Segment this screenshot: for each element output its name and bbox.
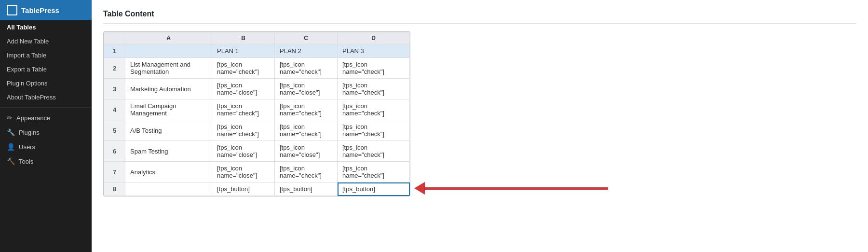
sidebar-item-all-tables[interactable]: All Tables	[0, 20, 92, 34]
sidebar-item-plugin-options-label: Plugin Options	[7, 80, 48, 87]
cell-2-b[interactable]: [tps_iconname="check"]	[212, 58, 275, 79]
sidebar-item-plugins[interactable]: 🔧 Plugins	[0, 125, 92, 140]
arrow-head-icon	[414, 182, 425, 195]
cell-2-a[interactable]: List Management and Segmentation	[125, 58, 212, 79]
sidebar-item-plugin-options[interactable]: Plugin Options	[0, 76, 92, 90]
table-row: 7 Analytics [tps_iconname="close"] [tps_…	[104, 162, 410, 182]
cell-6-b[interactable]: [tps_iconname="close"]	[212, 141, 275, 162]
sidebar-item-about-tablepress-label: About TablePress	[7, 94, 56, 101]
sidebar-item-import-a-table-label: Import a Table	[7, 52, 46, 59]
sidebar-item-tools[interactable]: 🔨 Tools	[0, 154, 92, 168]
sidebar-item-tools-label: Tools	[19, 158, 33, 165]
sidebar-item-appearance-label: Appearance	[16, 114, 50, 122]
table-row: 6 Spam Testing [tps_iconname="close"] [t…	[104, 141, 410, 162]
cell-5-d[interactable]: [tps_iconname="check"]	[338, 120, 410, 141]
cell-3-a[interactable]: Marketing Automation	[125, 79, 212, 99]
sidebar-item-users[interactable]: 👤 Users	[0, 140, 92, 154]
cell-8-b[interactable]: [tps_button]	[212, 182, 275, 196]
svg-rect-2	[13, 7, 15, 10]
col-header-rownum	[104, 32, 125, 44]
cell-1-d[interactable]: PLAN 3	[338, 44, 410, 58]
users-icon: 👤	[7, 143, 15, 151]
cell-4-b[interactable]: [tps_iconname="check"]	[212, 99, 275, 120]
table-row: 3 Marketing Automation [tps_iconname="cl…	[104, 79, 410, 99]
col-header-b: B	[212, 32, 275, 44]
sidebar-item-appearance[interactable]: ✏ Appearance	[0, 111, 92, 125]
table-row: 8 [tps_button] [tps_button] [tps_button]	[104, 182, 410, 196]
sidebar-item-import-a-table[interactable]: Import a Table	[0, 48, 92, 62]
svg-rect-1	[9, 7, 12, 10]
table-row: 1 PLAN 1 PLAN 2 PLAN 3	[104, 44, 410, 58]
table-header-row: A B C D	[104, 32, 410, 44]
cell-8-c[interactable]: [tps_button]	[275, 182, 338, 196]
tablepress-logo-icon	[7, 5, 17, 15]
col-header-d: D	[338, 32, 410, 44]
cell-7-a[interactable]: Analytics	[125, 162, 212, 182]
sidebar-item-export-a-table-label: Export a Table	[7, 66, 47, 73]
col-header-a: A	[125, 32, 212, 44]
cell-7-d[interactable]: [tps_iconname="check"]	[338, 162, 410, 182]
cell-3-b[interactable]: [tps_iconname="close"]	[212, 79, 275, 99]
cell-1-c[interactable]: PLAN 2	[275, 44, 338, 58]
cell-6-c[interactable]: [tps_iconname="close"]	[275, 141, 338, 162]
cell-5-b[interactable]: [tps_iconname="check"]	[212, 120, 275, 141]
row-num-1: 1	[104, 44, 125, 58]
cell-4-c[interactable]: [tps_iconname="check"]	[275, 99, 338, 120]
svg-rect-3	[9, 11, 12, 14]
sidebar-logo[interactable]: TablePress	[0, 0, 92, 20]
cell-7-c[interactable]: [tps_iconname="check"]	[275, 162, 338, 182]
sidebar: TablePress All Tables Add New Table Impo…	[0, 0, 92, 252]
cell-1-b[interactable]: PLAN 1	[212, 44, 275, 58]
cell-3-d[interactable]: [tps_iconname="check"]	[338, 79, 410, 99]
cell-2-d[interactable]: [tps_iconname="check"]	[338, 58, 410, 79]
row-num-5: 5	[104, 120, 125, 141]
section-title: Table Content	[103, 10, 856, 24]
svg-rect-4	[13, 11, 15, 14]
row-num-7: 7	[104, 162, 125, 182]
plugins-icon: 🔧	[7, 128, 15, 136]
cell-3-c[interactable]: [tps_iconname="close"]	[275, 79, 338, 99]
sidebar-item-add-new-table[interactable]: Add New Table	[0, 34, 92, 48]
row-num-8: 8	[104, 182, 125, 196]
sidebar-item-plugins-label: Plugins	[19, 129, 40, 136]
cell-2-c[interactable]: [tps_iconname="check"]	[275, 58, 338, 79]
cell-6-a[interactable]: Spam Testing	[125, 141, 212, 162]
main-content: Table Content A B C D 1	[92, 0, 868, 252]
table-row: 5 A/B Testing [tps_iconname="check"] [tp…	[104, 120, 410, 141]
cell-6-d[interactable]: [tps_iconname="check"]	[338, 141, 410, 162]
cell-1-a[interactable]	[125, 44, 212, 58]
sidebar-item-all-tables-label: All Tables	[7, 24, 36, 31]
tools-icon: 🔨	[7, 157, 15, 165]
sidebar-logo-label: TablePress	[21, 6, 59, 14]
appearance-icon: ✏	[7, 114, 13, 122]
col-header-c: C	[275, 32, 338, 44]
row-num-4: 4	[104, 99, 125, 120]
sidebar-item-about-tablepress[interactable]: About TablePress	[0, 90, 92, 104]
row-num-3: 3	[104, 79, 125, 99]
row-num-6: 6	[104, 141, 125, 162]
cell-8-a[interactable]	[125, 182, 212, 196]
arrow-line	[425, 187, 608, 190]
cell-4-d[interactable]: [tps_iconname="check"]	[338, 99, 410, 120]
row-num-2: 2	[104, 58, 125, 79]
sidebar-divider	[0, 107, 92, 108]
data-table: A B C D 1 PLAN 1 PLAN 2 PLAN 3	[104, 32, 410, 196]
cell-8-d[interactable]: [tps_button]	[338, 182, 410, 196]
sidebar-item-users-label: Users	[19, 143, 35, 151]
table-row: 2 List Management and Segmentation [tps_…	[104, 58, 410, 79]
cell-5-c[interactable]: [tps_iconname="check"]	[275, 120, 338, 141]
cell-4-a[interactable]: Email CampaignManagement	[125, 99, 212, 120]
arrow-indicator	[414, 182, 608, 195]
cell-5-a[interactable]: A/B Testing	[125, 120, 212, 141]
sidebar-item-add-new-table-label: Add New Table	[7, 38, 49, 45]
sidebar-item-export-a-table[interactable]: Export a Table	[0, 62, 92, 76]
table-row: 4 Email CampaignManagement [tps_iconname…	[104, 99, 410, 120]
table-container: A B C D 1 PLAN 1 PLAN 2 PLAN 3	[103, 31, 410, 196]
cell-7-b[interactable]: [tps_iconname="close"]	[212, 162, 275, 182]
